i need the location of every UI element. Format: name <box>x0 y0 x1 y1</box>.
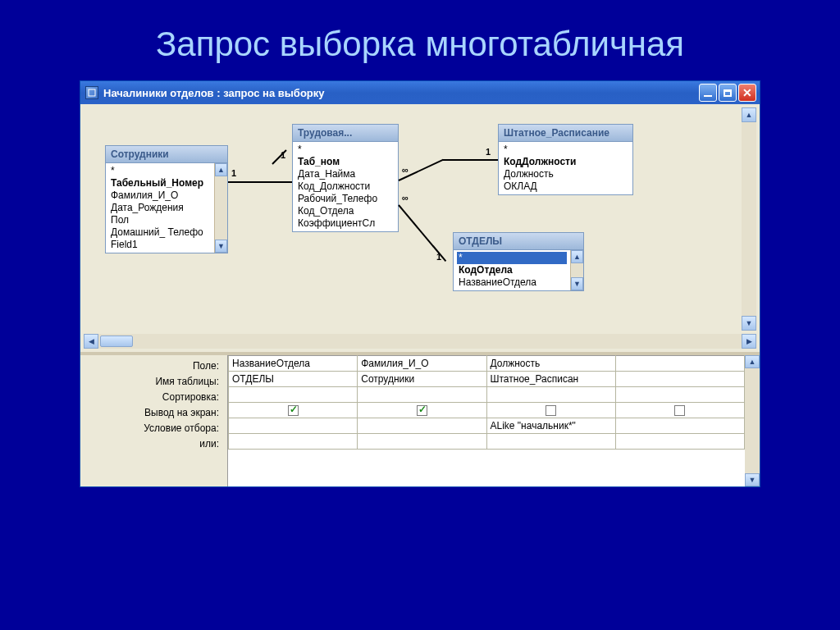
scroll-down-icon[interactable]: ▼ <box>745 473 760 486</box>
field-item[interactable]: Табельный_Номер <box>109 177 211 189</box>
scroll-down-icon[interactable]: ▼ <box>571 277 583 290</box>
maximize-button[interactable] <box>719 84 737 102</box>
cardinality-label: 1 <box>486 147 491 157</box>
field-list[interactable]: * КодДолжности Должность ОКЛАД <box>499 142 632 194</box>
grid-cell-show[interactable] <box>486 403 615 418</box>
field-item[interactable]: * <box>109 165 211 177</box>
field-list[interactable]: * Табельный_Номер Фамилия_И_О Дата_Рожде… <box>106 163 214 253</box>
grid-cell-sort[interactable] <box>229 387 358 403</box>
field-item[interactable]: Field1 <box>109 239 211 251</box>
relation-line <box>228 181 292 183</box>
field-item[interactable]: Фамилия_И_О <box>109 189 211 202</box>
label-field: Поле: <box>80 358 222 374</box>
table-labor[interactable]: Трудовая... * Таб_ном Дата_Найма Код_Дол… <box>292 124 399 232</box>
table-title: Трудовая... <box>293 125 398 142</box>
slide-title: Запрос выборка многотабличная <box>0 0 840 80</box>
scroll-up-icon[interactable]: ▲ <box>571 250 583 263</box>
grid-table[interactable]: НазваниеОтдела Фамилия_И_О Должность ОТД… <box>228 355 745 450</box>
grid-cell-sort[interactable] <box>486 387 615 403</box>
field-item[interactable]: Код_Отдела <box>296 205 395 217</box>
field-item[interactable]: Пол <box>109 214 211 226</box>
cardinality-label: ∞ <box>402 193 409 203</box>
scroll-thumb[interactable] <box>100 336 133 347</box>
grid-cell-sort[interactable] <box>358 387 486 403</box>
field-item[interactable]: * <box>296 144 395 156</box>
field-item[interactable]: ОКЛАД <box>502 180 629 193</box>
scroll-up-icon[interactable]: ▲ <box>215 163 227 176</box>
grid-cell-criteria[interactable] <box>229 418 358 434</box>
grid-cell-sort[interactable] <box>615 387 744 403</box>
scroll-up-icon[interactable]: ▲ <box>742 107 756 122</box>
grid-cell-show[interactable] <box>229 403 358 418</box>
grid-cell-or[interactable] <box>615 434 744 450</box>
scroll-up-icon[interactable]: ▲ <box>745 355 760 368</box>
field-list[interactable]: * Таб_ном Дата_Найма Код_Должности Рабоч… <box>293 142 398 231</box>
scroll-down-icon[interactable]: ▼ <box>215 240 227 253</box>
relation-line <box>443 159 498 161</box>
grid-cell-or[interactable] <box>486 434 615 450</box>
close-button[interactable]: ✕ <box>738 84 756 102</box>
table-schedule[interactable]: Штатное_Расписание * КодДолжности Должно… <box>498 124 633 195</box>
minimize-button[interactable] <box>699 84 717 102</box>
grid-cell-table[interactable]: Сотрудники <box>358 372 486 387</box>
field-item[interactable]: * <box>502 144 629 156</box>
grid-cell-criteria[interactable] <box>615 418 744 434</box>
field-list[interactable]: * КодОтдела НазваниеОтдела <box>454 250 570 290</box>
relation-line <box>398 204 434 247</box>
grid-cell-criteria[interactable]: ALike "начальник*" <box>486 418 615 434</box>
query-designer-window: Началиники отделов : запрос на выборку ✕… <box>80 80 760 487</box>
label-sort: Сортировка: <box>80 390 222 405</box>
scroll-down-icon[interactable]: ▼ <box>742 316 756 331</box>
scroll-left-icon[interactable]: ◀ <box>84 334 98 349</box>
grid-cell-table[interactable]: ОТДЕЛЫ <box>229 372 358 387</box>
show-checkbox[interactable] <box>674 405 685 416</box>
field-item[interactable]: * <box>457 252 567 264</box>
grid-cell-field[interactable]: НазваниеОтдела <box>229 356 358 372</box>
field-item[interactable]: Рабочий_Телефо <box>296 193 395 205</box>
grid-cell-field[interactable]: Должность <box>486 356 615 372</box>
scroll-right-icon[interactable]: ▶ <box>742 334 756 349</box>
grid-cell-table[interactable]: Штатное_Расписан <box>486 372 615 387</box>
pane-hscrollbar[interactable]: ◀ ▶ <box>84 334 756 349</box>
table-employees[interactable]: Сотрудники * Табельный_Номер Фамилия_И_О… <box>105 145 228 253</box>
grid-cell-or[interactable] <box>358 434 486 450</box>
grid-cell-or[interactable] <box>229 434 358 450</box>
relationships-pane: Сотрудники * Табельный_Номер Фамилия_И_О… <box>80 104 760 355</box>
field-item[interactable]: Должность <box>502 168 629 180</box>
grid-cell-field[interactable]: Фамилия_И_О <box>358 356 486 372</box>
show-checkbox[interactable] <box>546 405 556 416</box>
svg-rect-0 <box>89 89 95 96</box>
field-item[interactable]: КоэффициентСл <box>296 217 395 230</box>
field-item[interactable]: Дата_Рождения <box>109 202 211 214</box>
field-item[interactable]: Дата_Найма <box>296 168 395 180</box>
grid-cell-table[interactable] <box>615 372 744 387</box>
grid-vscrollbar[interactable]: ▲ ▼ <box>745 355 760 486</box>
label-or: или: <box>80 436 222 452</box>
field-item[interactable]: Домашний_ Телефо <box>109 226 211 239</box>
window-titlebar[interactable]: Началиники отделов : запрос на выборку ✕ <box>80 81 760 104</box>
field-item[interactable]: НазваниеОтдела <box>457 276 567 289</box>
list-scrollbar[interactable]: ▲ ▼ <box>214 163 227 253</box>
design-grid: Поле: Имя таблицы: Сортировка: Вывод на … <box>80 355 760 486</box>
grid-row-labels: Поле: Имя таблицы: Сортировка: Вывод на … <box>80 355 228 486</box>
field-item[interactable]: Таб_ном <box>296 156 395 168</box>
show-checkbox[interactable] <box>417 405 427 416</box>
show-checkbox[interactable] <box>288 405 299 416</box>
field-item[interactable]: Код_Должности <box>296 180 395 193</box>
field-item[interactable]: КодДолжности <box>502 156 629 168</box>
grid-cell-criteria[interactable] <box>358 418 486 434</box>
field-item[interactable]: КодОтдела <box>457 264 567 276</box>
app-icon <box>85 86 98 99</box>
label-criteria: Условие отбора: <box>80 421 222 436</box>
grid-cell-show[interactable] <box>615 403 744 418</box>
grid-cell-field[interactable] <box>615 356 744 372</box>
grid-cell-show[interactable] <box>358 403 486 418</box>
list-scrollbar[interactable]: ▲ ▼ <box>570 250 583 290</box>
window-title: Началиники отделов : запрос на выборку <box>103 87 699 99</box>
cardinality-label: 1 <box>231 168 236 178</box>
pane-vscrollbar[interactable]: ▲ ▼ <box>742 107 756 331</box>
cardinality-label: ∞ <box>402 165 409 175</box>
table-depts[interactable]: ОТДЕЛЫ * КодОтдела НазваниеОтдела ▲ ▼ <box>453 232 584 291</box>
table-title: Сотрудники <box>106 146 227 163</box>
label-table: Имя таблицы: <box>80 374 222 390</box>
